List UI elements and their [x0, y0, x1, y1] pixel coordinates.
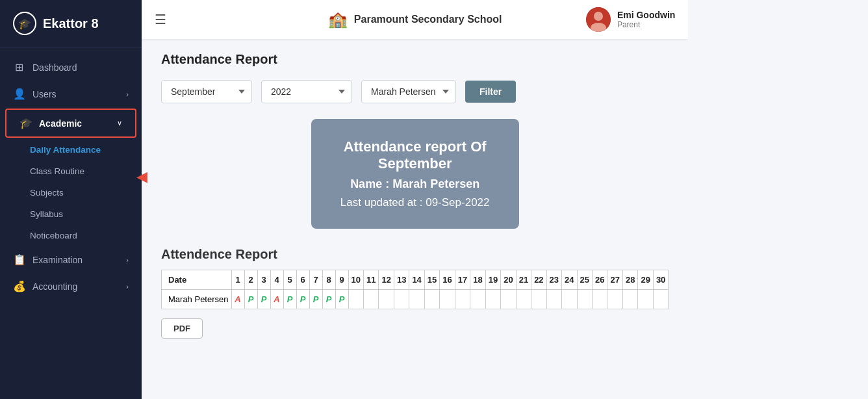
col-17: 17 [455, 270, 470, 290]
day-14-cell [409, 290, 424, 309]
sidebar-item-syllabus[interactable]: Syllabus [0, 203, 142, 225]
accounting-icon: 💰 [13, 280, 25, 292]
filter-button[interactable]: Filter [465, 81, 516, 103]
day-27-cell [607, 290, 622, 309]
day-29-cell [638, 290, 653, 309]
sub-item-label: Class Routine [30, 166, 84, 176]
col-11: 11 [363, 270, 378, 290]
chevron-down-icon: ∨ [117, 119, 122, 127]
day-23-cell [546, 290, 561, 309]
school-icon: 🏫 [328, 10, 348, 29]
student-name-cell: Marah Petersen [162, 290, 232, 309]
day-28-cell [622, 290, 637, 309]
day-12-cell [379, 290, 394, 309]
col-9: 9 [335, 270, 348, 290]
col-12: 12 [379, 270, 394, 290]
month-select[interactable]: September October November [161, 80, 252, 103]
day-3-cell: P [257, 290, 270, 309]
sub-item-label: Noticeboard [30, 231, 77, 240]
day-22-cell [531, 290, 546, 309]
col-23: 23 [546, 270, 561, 290]
col-20: 20 [501, 270, 516, 290]
col-22: 22 [531, 270, 546, 290]
col-30: 30 [653, 270, 668, 290]
col-29: 29 [638, 270, 653, 290]
sub-item-label: Daily Attendance [30, 145, 101, 155]
table-row: Marah PetersenAPPAPPPPP [162, 290, 669, 309]
col-8: 8 [322, 270, 335, 290]
sidebar-item-academic[interactable]: 🎓 Academic ∨ [5, 109, 136, 138]
user-menu[interactable]: Emi Goodwin Parent [586, 7, 675, 32]
col-6: 6 [296, 270, 309, 290]
pdf-button[interactable]: PDF [161, 318, 203, 339]
col-15: 15 [424, 270, 439, 290]
col-19: 19 [485, 270, 500, 290]
user-role: Parent [617, 20, 675, 29]
sub-item-label: Subjects [30, 188, 64, 198]
table-header-row: Date 1 2 3 4 5 6 7 8 9 10 11 12 13 [162, 270, 669, 290]
student-select[interactable]: Marah Petersen [361, 80, 456, 103]
info-card-date: Last updated at : 09-Sep-2022 [337, 196, 493, 209]
sidebar-item-daily-attendance[interactable]: Daily Attendance [0, 139, 142, 161]
col-21: 21 [516, 270, 531, 290]
topbar-center: 🏫 Paramount Secondary School [328, 10, 502, 29]
day-15-cell [424, 290, 439, 309]
info-card-title: Attendance report Of September [337, 138, 493, 172]
col-13: 13 [394, 270, 409, 290]
chevron-right-icon: › [126, 283, 129, 290]
sidebar-logo: 🎓 Ekattor 8 [0, 0, 142, 47]
sidebar-item-label: Dashboard [32, 62, 77, 73]
user-name: Emi Goodwin [617, 10, 675, 20]
year-select[interactable]: 2022 2021 2020 [261, 80, 352, 103]
logo-title: Ekattor 8 [43, 16, 99, 31]
school-name: Paramount Secondary School [354, 14, 502, 25]
day-10-cell [348, 290, 363, 309]
col-18: 18 [470, 270, 485, 290]
sidebar-item-users[interactable]: 👤 Users › [0, 81, 142, 107]
sidebar-item-class-routine[interactable]: Class Routine [0, 161, 142, 182]
sidebar-item-subjects[interactable]: Subjects [0, 182, 142, 203]
sidebar-item-accounting[interactable]: 💰 Accounting › [0, 273, 142, 300]
day-18-cell [470, 290, 485, 309]
day-19-cell [485, 290, 500, 309]
col-28: 28 [622, 270, 637, 290]
user-info: Emi Goodwin Parent [617, 10, 675, 29]
sidebar-item-dashboard[interactable]: ⊞ Dashboard [0, 54, 142, 81]
main-content: ☰ 🏫 Paramount Secondary School Emi Goodw… [142, 0, 688, 399]
page-title: Attendance Report [161, 52, 669, 67]
col-date: Date [162, 270, 232, 290]
col-27: 27 [607, 270, 622, 290]
avatar [586, 7, 611, 32]
sidebar-item-label: Examination [32, 255, 83, 265]
chevron-right-icon: › [126, 90, 129, 98]
attendance-table: Date 1 2 3 4 5 6 7 8 9 10 11 12 13 [161, 270, 669, 309]
chevron-right-icon: › [126, 256, 129, 264]
col-10: 10 [348, 270, 363, 290]
day-17-cell [455, 290, 470, 309]
day-24-cell [562, 290, 577, 309]
col-5: 5 [283, 270, 296, 290]
sidebar-item-examination[interactable]: 📋 Examination › [0, 246, 142, 273]
section-title: Attendence Report [161, 247, 669, 262]
users-icon: 👤 [13, 88, 25, 100]
sidebar-item-label: Accounting [32, 281, 77, 292]
col-25: 25 [577, 270, 592, 290]
sidebar-nav: ⊞ Dashboard 👤 Users › 🎓 Academic ∨ Daily… [0, 47, 142, 306]
col-26: 26 [593, 270, 607, 290]
day-16-cell [440, 290, 455, 309]
sidebar-item-noticeboard[interactable]: Noticeboard [0, 225, 142, 246]
logo-icon: 🎓 [13, 12, 36, 35]
page-content: Attendance Report September October Nove… [142, 39, 688, 399]
day-26-cell [593, 290, 607, 309]
day-21-cell [516, 290, 531, 309]
hamburger-icon[interactable]: ☰ [155, 12, 166, 27]
day-5-cell: P [283, 290, 296, 309]
day-6-cell: P [296, 290, 309, 309]
sidebar: 🎓 Ekattor 8 ⊞ Dashboard 👤 Users › 🎓 Acad… [0, 0, 142, 399]
day-9-cell: P [335, 290, 348, 309]
filter-row: September October November 2022 2021 202… [161, 80, 669, 103]
dashboard-icon: ⊞ [13, 61, 25, 73]
day-30-cell [653, 290, 668, 309]
day-13-cell [394, 290, 409, 309]
svg-point-1 [594, 12, 603, 21]
